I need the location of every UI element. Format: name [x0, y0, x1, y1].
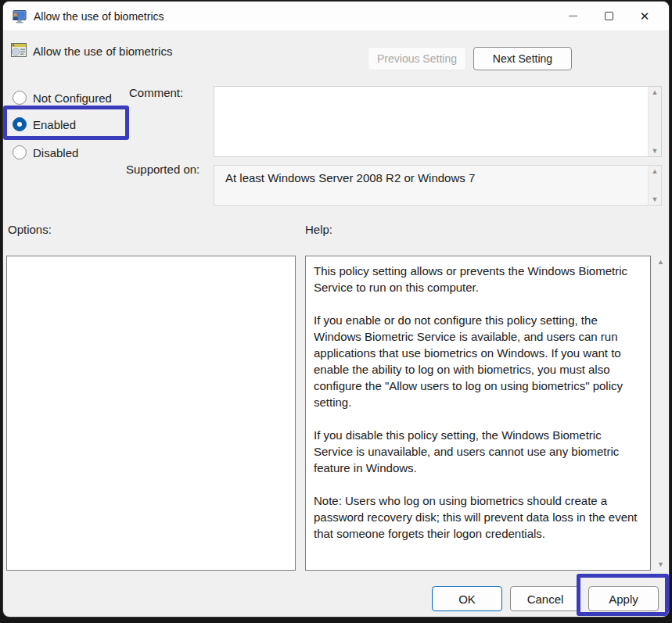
help-text: This policy setting allows or prevents t…: [314, 263, 641, 542]
scroll-up-icon[interactable]: ▲: [652, 167, 659, 175]
supported-on-field: At least Windows Server 2008 R2 or Windo…: [214, 165, 662, 206]
apply-button[interactable]: Apply: [588, 586, 659, 611]
supported-on-value: At least Windows Server 2008 R2 or Windo…: [214, 166, 648, 205]
comment-scrollbar[interactable]: ▲ ▼: [648, 87, 661, 156]
ok-button[interactable]: OK: [432, 586, 502, 611]
radio-circle-unselected-icon[interactable]: [13, 145, 27, 159]
setting-name: Allow the use of biometrics: [33, 45, 172, 58]
help-scrollbar[interactable]: ▲ ▼: [654, 256, 667, 571]
title-bar: Allow the use of biometrics ✕: [3, 2, 669, 31]
scroll-down-icon[interactable]: ▼: [657, 560, 664, 568]
user-monitor-icon: [11, 9, 27, 24]
policy-setting-dialog: Allow the use of biometrics ✕ Allow the …: [3, 2, 669, 617]
supported-on-scrollbar[interactable]: ▲ ▼: [648, 166, 661, 205]
next-setting-button[interactable]: Next Setting: [473, 47, 572, 70]
scroll-down-icon[interactable]: ▼: [652, 147, 659, 155]
caption-buttons: ✕: [555, 2, 669, 30]
radio-enabled[interactable]: Enabled: [13, 116, 76, 132]
cancel-button[interactable]: Cancel: [510, 586, 580, 611]
window-title: Allow the use of biometrics: [34, 10, 164, 23]
options-label: Options:: [8, 223, 52, 236]
radio-label: Enabled: [33, 118, 76, 131]
radio-label: Disabled: [33, 146, 78, 159]
radio-label: Not Configured: [33, 91, 112, 105]
previous-setting-button[interactable]: Previous Setting: [368, 47, 466, 70]
comment-label: Comment:: [129, 86, 183, 99]
supported-on-label: Supported on:: [126, 163, 199, 176]
scroll-down-icon[interactable]: ▼: [652, 195, 659, 203]
radio-circle-unselected-icon[interactable]: [13, 91, 27, 105]
comment-input[interactable]: [214, 87, 648, 156]
radio-disabled[interactable]: Disabled: [13, 145, 78, 160]
options-panel: [6, 256, 296, 571]
radio-not-configured[interactable]: Not Configured: [13, 90, 112, 106]
help-panel[interactable]: This policy setting allows or prevents t…: [305, 256, 651, 571]
scroll-up-icon[interactable]: ▲: [652, 88, 659, 96]
radio-circle-selected-icon[interactable]: [13, 117, 27, 131]
maximize-icon[interactable]: [591, 2, 627, 30]
scroll-up-icon[interactable]: ▲: [657, 258, 664, 266]
close-icon[interactable]: ✕: [627, 2, 663, 30]
help-label: Help:: [305, 223, 332, 236]
policy-setting-icon: [11, 43, 27, 57]
comment-field: ▲ ▼: [214, 86, 662, 157]
minimize-icon[interactable]: [555, 2, 591, 30]
